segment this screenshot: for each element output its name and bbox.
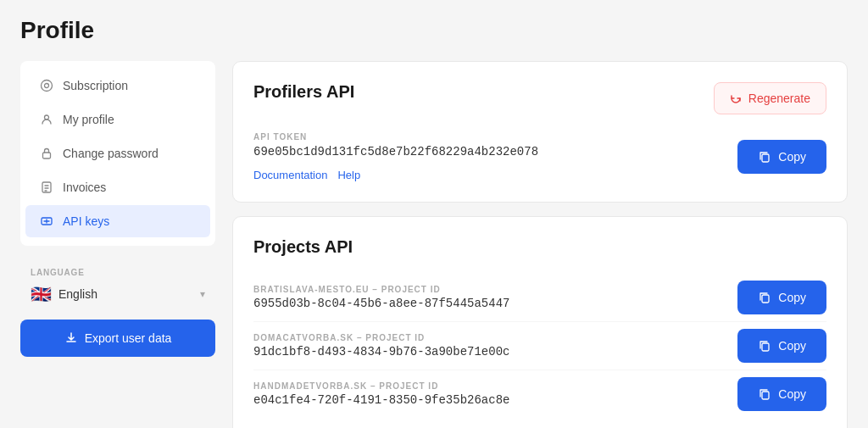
copy-icon-domacatvorba [758,339,771,353]
profilers-api-title: Profilers API [253,82,354,102]
export-user-data-button[interactable]: Export user data [20,320,215,357]
projects-api-card: Projects API BRATISLAVA-MESTO.EU – PROJE… [232,216,848,428]
project-value-domacatvorba: 91dc1bf8-d493-4834-9b76-3a90be71e00c [253,345,724,359]
sidebar-item-api-keys[interactable]: API keys [25,205,210,237]
project-row-handmadetvorba: HANDMADETVORBA.SK – PROJECT ID e04c1fe4-… [253,370,826,418]
language-name: English [58,287,193,301]
svg-rect-7 [762,295,769,303]
sidebar-item-label-api-keys: API keys [63,214,109,228]
sidebar-item-label-invoices: Invoices [63,181,106,194]
chevron-down-icon: ▾ [200,288,205,300]
language-section: LANGUAGE 🇬🇧 English ▾ [20,259,215,313]
sidebar-item-label-subscription: Subscription [63,79,128,92]
sidebar-item-invoices[interactable]: Invoices [25,171,210,203]
api-token-section: API TOKEN 69e05bc1d9d131fc5d8e7b22f68229… [253,132,724,181]
flag-icon: 🇬🇧 [31,284,52,304]
regenerate-button[interactable]: Regenerate [714,82,826,114]
profilers-api-card: Profilers API Regenerate API TOKEN 69e05… [232,61,848,203]
sidebar-item-my-profile[interactable]: My profile [25,103,210,136]
copy-button-bratislava[interactable]: Copy [737,281,826,314]
copy-icon [758,150,771,164]
projects-api-title: Projects API [253,237,826,257]
copy-icon-bratislava [758,291,771,304]
export-button-label: Export user data [85,331,172,345]
project-value-handmadetvorba: e04c1fe4-720f-4191-8350-9fe35b26ac8e [253,393,724,407]
project-info-domacatvorba: DOMACATVORBA.SK – PROJECT ID 91dc1bf8-d4… [253,333,724,359]
copy-icon-handmadetvorba [758,387,771,401]
invoices-icon [39,180,54,195]
sidebar: Subscription My profile [20,61,215,428]
project-label-handmadetvorba: HANDMADETVORBA.SK – PROJECT ID [253,381,724,391]
regenerate-icon [730,92,742,104]
help-link[interactable]: Help [337,169,360,181]
project-label-bratislava: BRATISLAVA-MESTO.EU – PROJECT ID [253,285,724,294]
page-title: Profile [20,17,848,44]
api-token-label: API TOKEN [253,132,724,142]
sidebar-item-change-password[interactable]: Change password [25,137,210,170]
sidebar-item-subscription[interactable]: Subscription [25,69,210,102]
project-label-domacatvorba: DOMACATVORBA.SK – PROJECT ID [253,333,724,342]
copy-button-handmadetvorba[interactable]: Copy [737,377,826,411]
copy-label-handmadetvorba: Copy [778,387,806,401]
svg-rect-9 [762,392,769,399]
api-token-row: API TOKEN 69e05bc1d9d131fc5d8e7b22f68229… [253,132,826,181]
copy-label-bratislava: Copy [778,291,806,304]
api-keys-icon [39,214,54,229]
profilers-copy-label: Copy [778,150,806,164]
svg-point-2 [45,115,49,120]
svg-rect-8 [762,343,769,351]
svg-rect-6 [762,154,769,162]
svg-point-1 [45,84,49,88]
subscription-icon [39,78,54,93]
language-selector[interactable]: 🇬🇧 English ▾ [31,281,205,308]
api-token-value: 69e05bc1d9d131fc5d8e7b22f68229a4b232e078 [253,145,724,158]
sidebar-item-label-change-password: Change password [63,147,159,160]
sidebar-item-label-my-profile: My profile [63,113,114,126]
regenerate-label: Regenerate [748,92,810,105]
lock-icon [39,146,54,161]
svg-point-0 [42,81,53,92]
svg-rect-3 [43,153,51,158]
documentation-link[interactable]: Documentation [253,169,327,181]
project-row-domacatvorba: DOMACATVORBA.SK – PROJECT ID 91dc1bf8-d4… [253,321,826,370]
project-value-bratislava: 6955d03b-8c04-45b6-a8ee-87f5445a5447 [253,297,724,310]
profilers-api-copy-button[interactable]: Copy [737,140,826,174]
project-info-handmadetvorba: HANDMADETVORBA.SK – PROJECT ID e04c1fe4-… [253,381,724,407]
sidebar-nav: Subscription My profile [20,61,215,246]
download-icon [64,331,78,345]
project-info-bratislava: BRATISLAVA-MESTO.EU – PROJECT ID 6955d03… [253,285,724,310]
main-content: Profilers API Regenerate API TOKEN 69e05… [232,61,848,428]
copy-button-domacatvorba[interactable]: Copy [737,329,826,363]
copy-label-domacatvorba: Copy [778,339,806,353]
language-label: LANGUAGE [31,268,205,277]
project-row-bratislava: BRATISLAVA-MESTO.EU – PROJECT ID 6955d03… [253,274,826,321]
api-token-links: Documentation Help [253,169,724,181]
my-profile-icon [39,112,54,127]
